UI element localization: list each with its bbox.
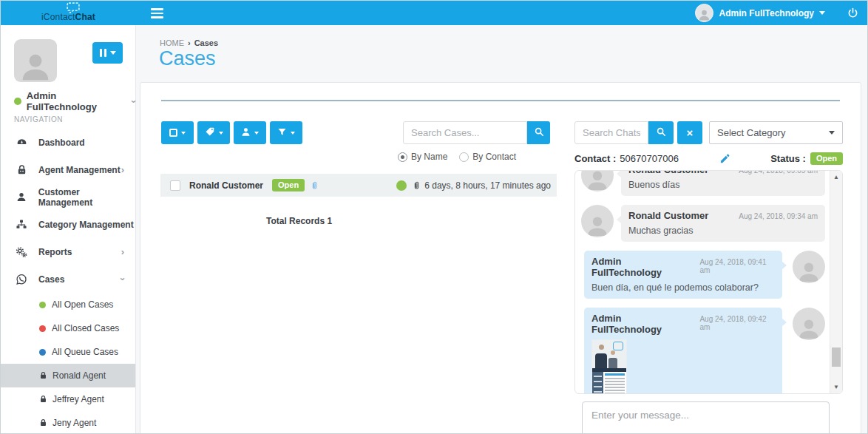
paperclip-icon[interactable] — [310, 180, 319, 191]
profile-avatar[interactable] — [14, 39, 57, 82]
app-logo[interactable]: iContactChat — [1, 1, 136, 25]
radio-by-contact[interactable]: By Contact — [459, 152, 516, 162]
sidebar-item-jeffrey-agent[interactable]: Jeffrey Agent — [1, 387, 135, 411]
assign-user-dropdown-button[interactable] — [234, 121, 266, 144]
topbar-user-avatar[interactable] — [695, 4, 713, 22]
category-select[interactable]: Select Category — [709, 121, 843, 144]
case-open-dot — [396, 180, 407, 191]
user-icon — [241, 126, 251, 140]
chevron-down-icon — [219, 132, 223, 135]
case-toolbar — [161, 121, 306, 144]
chevron-down-icon: › — [117, 277, 128, 280]
sitemap-icon — [14, 219, 29, 230]
chat-contact-row: Contact : 50670707006 Status : Open — [574, 152, 843, 165]
nav-section-label: NAVIGATION — [14, 115, 63, 123]
search-chats-group: × — [574, 121, 702, 144]
search-cases-group — [403, 121, 550, 144]
chat-message: Admin FullTechnology Aug 24, 2018, 09:42… — [581, 308, 825, 393]
admin-avatar — [793, 308, 825, 340]
message-time: Aug 24, 2018, 09:41 am — [689, 258, 775, 274]
message-author: Admin FullTechnology — [591, 256, 689, 278]
agent-lock-icon — [39, 418, 47, 427]
sidebar-item-dashboard[interactable]: Dashboard — [1, 129, 135, 156]
profile-name[interactable]: Admin FullTechnology — [27, 90, 128, 112]
sidebar-item-all-open-cases[interactable]: All Open Cases — [1, 293, 135, 316]
radio-checked-icon — [398, 152, 407, 162]
chat-scrollbar[interactable]: ▲ ▼ — [830, 171, 842, 393]
sidebar-item-category-management[interactable]: Category Management — [1, 211, 135, 238]
filter-icon — [277, 126, 287, 140]
app-window: iContactChat Admin FullTechnology Admin … — [0, 0, 868, 434]
radio-by-name[interactable]: By Name — [398, 152, 447, 162]
sidebar-item-agent-management[interactable]: Agent Management › — [1, 156, 135, 183]
open-dot-icon — [39, 302, 46, 308]
sidebar-item-cases[interactable]: Cases › — [1, 265, 135, 293]
pause-icon — [100, 49, 106, 57]
whatsapp-icon — [14, 274, 29, 285]
agent-icon — [14, 164, 29, 176]
search-icon — [656, 126, 666, 139]
chat-status-badge: Open — [810, 152, 843, 165]
message-time: Aug 24, 2018, 09:05 am — [728, 171, 818, 174]
chevron-down-icon — [829, 131, 835, 135]
edit-contact-icon[interactable] — [719, 153, 730, 164]
paperclip-icon — [412, 180, 421, 191]
sidebar-item-all-queue-cases[interactable]: All Queue Cases — [1, 340, 135, 364]
clear-chat-search-button[interactable]: × — [677, 121, 702, 144]
case-checkbox[interactable] — [170, 180, 180, 191]
sidebar-nav: Dashboard Agent Management › Customer Ma… — [1, 129, 135, 434]
dashboard-icon — [14, 137, 29, 148]
select-all-dropdown-button[interactable] — [161, 121, 194, 144]
chevron-down-icon — [181, 132, 186, 135]
case-age: 6 days, 8 hours, 17 minutes ago — [424, 180, 551, 191]
case-row[interactable]: Ronald Customer Open 6 days, 8 hours, 17… — [160, 174, 557, 197]
breadcrumb-separator: › — [188, 38, 191, 47]
scroll-down-arrow[interactable]: ▼ — [830, 384, 842, 390]
message-text: Buen día, en qué le podemos colaborar? — [591, 282, 775, 293]
page-title: Cases — [159, 47, 216, 70]
sidebar-item-customer-management[interactable]: Customer Management — [1, 183, 135, 211]
sidebar-item-jeny-agent[interactable]: Jeny Agent — [1, 411, 135, 434]
sidebar-toggle-button[interactable] — [151, 8, 163, 21]
search-cases-input[interactable] — [403, 121, 527, 144]
gears-icon — [14, 246, 29, 258]
queue-dot-icon — [39, 349, 46, 356]
search-chats-input[interactable] — [574, 121, 648, 144]
sidebar-item-ronald-agent[interactable]: Ronald Agent — [1, 364, 135, 387]
chevron-down-icon — [819, 11, 825, 15]
case-status-badge: Open — [272, 179, 305, 191]
search-chats-button[interactable] — [648, 121, 674, 144]
cases-panel: By Name By Contact Ronald Customer Open — [140, 82, 861, 434]
breadcrumb-home[interactable]: HOME — [160, 38, 184, 47]
tag-icon — [205, 126, 215, 140]
tag-dropdown-button[interactable] — [197, 121, 230, 144]
main-content: HOME›Cases Cases — [136, 25, 867, 433]
total-records: Total Records 1 — [266, 216, 332, 226]
search-cases-button[interactable] — [527, 121, 550, 144]
close-icon: × — [687, 126, 694, 139]
breadcrumb-current: Cases — [194, 38, 218, 47]
message-author: Ronald Customer — [628, 210, 708, 221]
topbar-user-menu[interactable]: Admin FullTechnology — [719, 8, 814, 18]
admin-avatar — [793, 251, 825, 283]
flyer-image-attachment[interactable] — [591, 339, 627, 393]
message-text: Buenos días — [628, 180, 818, 190]
sidebar-item-reports[interactable]: Reports › — [1, 238, 135, 265]
scrollbar-thumb[interactable] — [832, 347, 841, 367]
case-name: Ronald Customer — [189, 180, 263, 191]
topbar: iContactChat Admin FullTechnology — [1, 1, 867, 25]
chevron-down-icon — [110, 51, 116, 55]
scroll-up-arrow[interactable]: ▲ — [830, 174, 842, 180]
search-icon — [534, 126, 544, 139]
chat-message-input[interactable] — [582, 401, 830, 434]
filter-dropdown-button[interactable] — [270, 121, 302, 144]
sidebar-item-all-closed-cases[interactable]: All Closed Cases — [1, 316, 135, 340]
chat-message: Admin FullTechnology Aug 24, 2018, 09:41… — [581, 251, 825, 299]
availability-pause-button[interactable] — [92, 42, 123, 64]
closed-dot-icon — [39, 325, 46, 332]
message-text: Muchas gracias — [628, 226, 818, 236]
logout-button[interactable] — [847, 7, 858, 18]
search-mode-radios: By Name By Contact — [398, 152, 528, 162]
chat-message: Ronald Customer Aug 24, 2018, 09:05 am B… — [581, 171, 825, 196]
panel-divider — [161, 100, 840, 101]
